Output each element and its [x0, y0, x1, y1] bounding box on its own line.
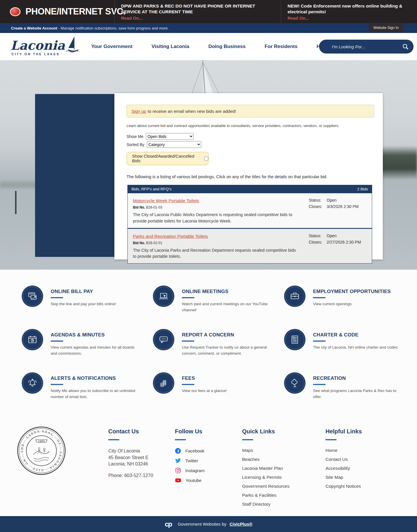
feature-underline [51, 340, 63, 342]
city-seal: SEAL · OF · LACONIA · CITY · ON · THE · … [17, 426, 66, 476]
feature-alerts-notifications[interactable]: ALERTS & NOTIFICATIONS Notify Me allows … [22, 372, 153, 400]
contact-street: 45 Beacon Street E [108, 454, 169, 461]
sailboat-mast-scenery [185, 60, 229, 95]
chat-dots-icon [158, 334, 169, 345]
quick-link-staff-directory[interactable]: Staff Directory [242, 502, 290, 507]
facebook-link[interactable]: f Facebook [175, 448, 205, 454]
laconia-logo[interactable]: Laconia CITY ON THE LAKES [10, 36, 81, 56]
sorted-by-select[interactable]: Category [147, 141, 201, 148]
quick-link-government-resources[interactable]: Government Resources [242, 484, 290, 489]
helpful-link-home[interactable]: Home [325, 448, 362, 453]
nav-for-residents[interactable]: For Residents [255, 44, 307, 49]
youtube-link[interactable]: Youtube [175, 477, 205, 483]
instagram-icon [175, 467, 181, 474]
status-label: Status: [309, 233, 327, 238]
helpful-link-contact-us[interactable]: Contact Us [325, 457, 362, 462]
civicplus-link[interactable]: CivicPlus® [230, 522, 253, 527]
feature-title: ONLINE BILL PAY [51, 289, 116, 294]
svg-text:cp: cp [165, 520, 172, 528]
feature-description: The city of Laconia, NH online charter a… [313, 345, 399, 351]
show-closed-bids-label: Show Closed/Awarded/Cancelled Bids: [132, 154, 201, 163]
signup-banner-text: to receive an email when new bids are ad… [148, 109, 236, 114]
nav-your-government[interactable]: Your Government [82, 44, 142, 49]
status-label: Status: [309, 198, 327, 203]
search-icon [402, 43, 409, 50]
feature-fees[interactable]: FEES View our fees at a glance! [153, 372, 284, 400]
feature-online-meetings[interactable]: ONLINE MEETINGS Watch past and current m… [153, 286, 284, 313]
document-icon [290, 334, 300, 345]
dock-post-scenery [15, 191, 17, 214]
youtube-icon [175, 477, 181, 483]
feature-description: See what programs Laconia Parks & Rec ha… [313, 388, 404, 400]
bid-row: Motorcycle Week Portable Toilets Bid No.… [128, 193, 372, 228]
helpful-link-site-map[interactable]: Site Map [325, 475, 362, 480]
quick-link-maps[interactable]: Maps [242, 448, 290, 453]
feature-report-a-concern[interactable]: REPORT A CONCERN Use Request Tracker to … [153, 329, 284, 357]
quick-link-parks-facilities[interactable]: Parks & Facilities [242, 493, 290, 498]
footer-heading: Contact Us [108, 428, 169, 435]
helpful-link-copyright[interactable]: Copyright Notices [325, 484, 362, 489]
logo-tagline: CITY ON THE LAKES [12, 52, 81, 56]
sorted-by-label: Sorted By [127, 142, 144, 147]
feature-title: CHARTER & CODE [313, 332, 399, 338]
civicplus-logo-icon: cp [165, 520, 175, 528]
show-closed-bids-checkbox[interactable] [204, 157, 208, 161]
bid-filters: Show Me Open Bids Sorted By Category [127, 133, 371, 148]
search-input[interactable] [319, 44, 397, 49]
bid-title-link[interactable]: Parks and Recreation Portable Toilets [133, 234, 208, 239]
svg-text:SEAL · OF · LACONIA · CITY · O: SEAL · OF · LACONIA · CITY · ON · THE · … [17, 426, 63, 472]
feature-recreation[interactable]: RECREATION See what programs Laconia Par… [284, 372, 417, 400]
nav-doing-business[interactable]: Doing Business [199, 44, 255, 49]
sidebar-panel [35, 94, 114, 257]
bids-content-card: Sign up to receive an email when new bid… [114, 93, 383, 259]
footer-quick-links-column: Quick Links Maps Beaches Laconia Master … [242, 428, 290, 511]
status-value: Open [327, 233, 361, 238]
feature-charter-code[interactable]: CHARTER & CODE The city of Laconia, NH o… [284, 329, 417, 357]
feature-title: EMPLOYMENT OPPORTUNITIES [313, 289, 391, 294]
instagram-link[interactable]: Instagram [175, 467, 205, 474]
feature-underline [51, 297, 63, 298]
helpful-link-accessibility[interactable]: Accessibility [325, 466, 362, 471]
bid-description: The City of Laconia Public Works Departm… [133, 212, 297, 224]
feature-description: View current openings [313, 301, 391, 307]
alert-read-on-link[interactable]: Read On... [121, 16, 142, 21]
status-value: Open [327, 198, 359, 203]
alert-read-on-link[interactable]: Read On... [288, 16, 309, 21]
quick-link-beaches[interactable]: Beaches [242, 457, 290, 462]
footer-heading-underline [325, 439, 336, 440]
create-account-link[interactable]: Create a Website Account [11, 26, 57, 30]
hero-lake-photo: Sign up to receive an email when new bid… [0, 60, 417, 270]
sign-up-link[interactable]: Sign up [131, 109, 146, 114]
feature-underline [182, 297, 194, 298]
show-me-select[interactable]: Open Bids [146, 133, 194, 140]
quick-link-licensing[interactable]: Licensing & Permits [242, 475, 290, 480]
search-button[interactable] [397, 40, 414, 54]
feature-description: View our fees at a glance! [182, 388, 227, 394]
sailboat-icon [65, 36, 81, 53]
footer-heading: Quick Links [242, 428, 290, 435]
contact-city: City Of Laconia [108, 448, 169, 454]
feature-underline [182, 340, 194, 342]
bids-table: Bids, RFP's and RFQ's 2 Bids Motorcycle … [127, 185, 372, 264]
closes-value: 2/27/2026 2:30 PM [327, 240, 361, 244]
quick-link-master-plan[interactable]: Laconia Master Plan [242, 466, 290, 471]
bid-signup-banner: Sign up to receive an email when new bid… [127, 105, 374, 117]
bids-intro-text: Learn about current bid and contract opp… [127, 124, 371, 128]
feature-online-bill-pay[interactable]: ONLINE BILL PAY Skip the line and pay yo… [22, 286, 153, 313]
bid-title-link[interactable]: Motorcycle Week Portable Toilets [133, 198, 199, 203]
alert-status-icon [10, 7, 21, 16]
quick-feature-section: ONLINE BILL PAY Skip the line and pay yo… [0, 270, 417, 421]
feature-agendas-minutes[interactable]: AGENDAS & MINUTES View current agendas a… [22, 329, 153, 357]
main-navigation: Your Government Visiting Laconia Doing B… [82, 33, 351, 60]
feature-title: RECREATION [313, 375, 404, 381]
footer-heading-underline [108, 439, 119, 440]
nav-visiting-laconia[interactable]: Visiting Laconia [142, 44, 199, 49]
facebook-icon: f [175, 448, 181, 454]
utility-bar: Create a Website Account - Manage notifi… [0, 23, 417, 33]
alert-category-title: PHONE/INTERNET SVC. [25, 6, 125, 17]
feature-underline [313, 384, 325, 385]
website-sign-in-button[interactable]: Website Sign In [369, 23, 403, 32]
bid-status-block: Status: Open Closes: 2/27/2026 2:30 PM [309, 233, 361, 244]
feature-employment-opportunities[interactable]: EMPLOYMENT OPPORTUNITIES View current op… [284, 286, 417, 313]
twitter-link[interactable]: Twitter [175, 458, 205, 464]
